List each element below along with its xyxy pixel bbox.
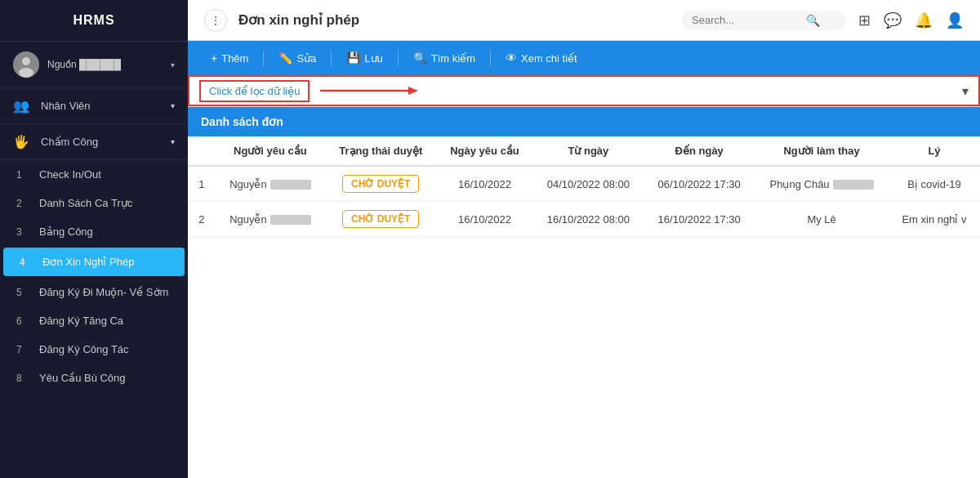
cham-cong-label: Chấm Công: [41, 136, 171, 148]
page-title: Đơn xin nghỉ phép: [238, 11, 682, 29]
item-label-8: Yêu Cầu Bù Công: [39, 372, 175, 384]
item-num-7: 7: [16, 344, 31, 355]
item-label-7: Đăng Ký Công Tác: [39, 343, 175, 355]
filter-bar: Click để lọc dữ liệu ▾: [188, 75, 980, 106]
header-icons: ⊞ 💬 🔔 👤: [858, 11, 964, 29]
tim-kiem-icon: 🔍: [413, 51, 427, 65]
row-2-den-ngay: 16/10/2022 17:30: [644, 202, 755, 237]
item-num-6: 6: [16, 315, 31, 327]
search-icon[interactable]: 🔍: [806, 14, 820, 27]
col-nguoi-yeu-cau: Người yêu cầu: [216, 136, 325, 166]
sidebar-section-cham-cong[interactable]: 🖐 Chấm Công ▾: [0, 124, 188, 160]
item-label-1: Check In/Out: [39, 168, 175, 181]
luu-icon: 💾: [346, 51, 360, 65]
row-2-tu-ngay: 16/10/2022 08:00: [532, 202, 644, 237]
row-2-ly-do: Em xin nghỉ v: [889, 202, 980, 237]
item-label-3: Bảng Công: [39, 226, 175, 238]
nhan-vien-label: Nhân Viên: [41, 100, 171, 112]
row-2-trang-thai: CHỜ DUYỆT: [325, 202, 437, 237]
filter-text-button[interactable]: Click để lọc dữ liệu: [199, 80, 310, 102]
col-trang-thai: Trạng thái duyệt: [325, 136, 437, 166]
separator-2: [331, 50, 332, 66]
row-1-tu-ngay: 04/10/2022 08:00: [532, 166, 644, 202]
filter-outer: Click để lọc dữ liệu ▾: [188, 75, 980, 107]
tim-kiem-button[interactable]: 🔍 Tìm kiếm: [403, 47, 485, 69]
status-badge-2: CHỜ DUYỆT: [342, 210, 419, 228]
separator-3: [398, 50, 399, 66]
sidebar-item-bang-cong[interactable]: 3 Bảng Công: [0, 217, 188, 246]
col-num: [188, 136, 216, 166]
filter-chevron-icon[interactable]: ▾: [962, 83, 969, 99]
item-num-2: 2: [16, 198, 31, 209]
them-label: Thêm: [221, 52, 248, 65]
search-bar: 🔍: [682, 11, 845, 30]
xem-label: Xem chi tiết: [521, 52, 577, 65]
row-1-trang-thai: CHỜ DUYỆT: [325, 166, 437, 202]
user-dropdown-arrow: ▾: [171, 60, 175, 69]
item-num-4: 4: [20, 257, 34, 268]
table-header-row: Người yêu cầu Trạng thái duyệt Ngày yêu …: [188, 136, 980, 166]
col-ly-do: Lý: [889, 136, 980, 166]
item-label-4: Đơn Xin Nghỉ Phép: [42, 256, 172, 268]
sidebar-item-check-in-out[interactable]: 1 Check In/Out: [0, 160, 188, 189]
svg-point-2: [19, 68, 33, 78]
sidebar-section-nhan-vien[interactable]: 👥 Nhân Viên ▾: [0, 88, 188, 124]
grid-icon[interactable]: ⊞: [858, 11, 871, 29]
item-num-5: 5: [16, 287, 31, 298]
data-table: Người yêu cầu Trạng thái duyệt Ngày yêu …: [188, 136, 980, 237]
user-profile[interactable]: Nguồn ██████ ▾: [0, 42, 188, 88]
row-2-nguoi-yeu-cau: Nguyễn: [216, 202, 325, 237]
user-icon[interactable]: 👤: [946, 11, 964, 29]
col-tu-ngay: Từ ngày: [532, 136, 644, 166]
sidebar-item-dang-ky-cong-tac[interactable]: 7 Đăng Ký Công Tác: [0, 335, 188, 364]
nhan-vien-icon: 👥: [13, 98, 33, 114]
row-1-num: 1: [188, 166, 216, 202]
row-1-nguoi-lam-thay: Phụng Châu: [755, 166, 889, 202]
item-num-8: 8: [16, 373, 31, 384]
toolbar: + Thêm ✏️ Sửa 💾 Lưu 🔍 Tìm kiếm 👁 Xem chi…: [188, 41, 980, 75]
row-1-ly-do: Bị covid-19: [889, 166, 980, 202]
table-section-title: Danh sách đơn: [188, 107, 980, 136]
svg-marker-4: [408, 87, 418, 95]
cham-cong-arrow: ▾: [171, 137, 175, 146]
search-input[interactable]: [692, 14, 806, 26]
table-wrap: Danh sách đơn Người yêu cầu Trạng thái d…: [188, 107, 980, 478]
app-logo: HRMS: [0, 0, 188, 42]
them-button[interactable]: + Thêm: [201, 47, 258, 69]
row-1-ngay-yeu-cau: 16/10/2022: [437, 166, 533, 202]
row-2-num: 2: [188, 202, 216, 237]
status-badge-1: CHỜ DUYỆT: [342, 175, 419, 193]
table-row[interactable]: 1 Nguyễn CHỜ DUYỆT 16/10/2022 04/10/2022…: [188, 166, 980, 202]
tim-kiem-label: Tìm kiếm: [431, 52, 475, 65]
luu-label: Lưu: [364, 52, 382, 65]
row-2-ngay-yeu-cau: 16/10/2022: [437, 202, 533, 237]
item-num-3: 3: [16, 226, 31, 238]
luu-button[interactable]: 💾 Lưu: [336, 47, 392, 69]
bell-icon[interactable]: 🔔: [915, 11, 933, 29]
sua-button[interactable]: ✏️ Sửa: [269, 47, 326, 69]
svg-point-1: [22, 57, 30, 65]
col-nguoi-lam-thay: Người làm thay: [755, 136, 889, 166]
them-icon: +: [211, 51, 217, 65]
menu-dots-button[interactable]: ⋮: [204, 9, 227, 32]
chat-icon[interactable]: 💬: [884, 11, 902, 29]
dots-icon: ⋮: [210, 14, 221, 27]
col-den-ngay: Đến ngày: [644, 136, 755, 166]
item-num-1: 1: [16, 169, 31, 181]
xem-icon: 👁: [506, 51, 517, 65]
separator-4: [490, 50, 491, 66]
sidebar-item-danh-sach-ca-truc[interactable]: 2 Danh Sách Ca Trực: [0, 189, 188, 217]
username: Nguồn ██████: [47, 59, 171, 70]
item-label-6: Đăng Ký Tăng Ca: [39, 315, 175, 327]
sidebar-item-don-xin-nghi-phep[interactable]: 4 Đơn Xin Nghỉ Phép: [3, 248, 185, 276]
col-ngay-yeu-cau: Ngày yêu cầu: [437, 136, 533, 166]
table-row[interactable]: 2 Nguyễn CHỜ DUYỆT 16/10/2022 16/10/2022…: [188, 202, 980, 237]
cham-cong-icon: 🖐: [13, 134, 33, 150]
sidebar-item-yeu-cau-bu-cong[interactable]: 8 Yêu Cầu Bù Công: [0, 364, 188, 392]
row-1-nguoi-yeu-cau: Nguyễn: [216, 166, 325, 202]
sidebar-item-dang-ky-tang-ca[interactable]: 6 Đăng Ký Tăng Ca: [0, 306, 188, 335]
sua-icon: ✏️: [278, 51, 292, 65]
xem-chi-tiet-button[interactable]: 👁 Xem chi tiết: [496, 47, 587, 69]
nhan-vien-arrow: ▾: [171, 101, 175, 110]
sidebar-item-dang-ky-di-muon[interactable]: 5 Đăng Ký Đi Muộn- Về Sớm: [0, 278, 188, 306]
